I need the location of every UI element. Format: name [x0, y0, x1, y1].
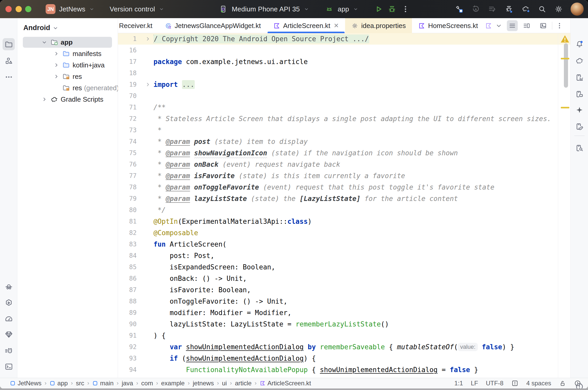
inspections-warning-icon[interactable]: [560, 35, 570, 43]
tab-overflow[interactable]: [484, 18, 493, 33]
tab-homescreens-kt[interactable]: HomeScreens.kt: [412, 18, 484, 33]
tree-item-res[interactable]: res: [18, 71, 118, 82]
chevron-right-icon[interactable]: [53, 62, 60, 68]
code-line-87: 87 isFavorite: Boolean,: [118, 284, 570, 296]
project-menu[interactable]: JetNews: [59, 5, 85, 13]
warning-stripe-mark[interactable]: [561, 58, 569, 59]
profiler-icon[interactable]: [3, 313, 15, 325]
breadcrumb-item-jetnews[interactable]: jetnews: [193, 380, 214, 387]
more-options-icon[interactable]: [554, 20, 565, 31]
line-number: 17: [118, 56, 137, 67]
warning-stripe-mark[interactable]: [561, 107, 569, 108]
unlocked-padlock-icon[interactable]: [559, 380, 566, 387]
tree-item-app[interactable]: app: [18, 37, 118, 48]
run-icon[interactable]: [3, 297, 15, 309]
tree-item-kotlin-java[interactable]: kotlin+java: [18, 59, 118, 71]
indent-setting[interactable]: 4 spaces: [526, 380, 551, 387]
folder-res-icon: [62, 84, 70, 92]
module-icon: [10, 380, 16, 386]
search-everywhere-icon[interactable]: [537, 4, 547, 14]
hidden-tabs-chevron-icon[interactable]: [493, 20, 504, 31]
terminal-icon[interactable]: [3, 360, 15, 373]
line-number: 86: [118, 273, 137, 284]
chevron-down-icon[interactable]: [41, 39, 48, 46]
notifications-icon[interactable]: [573, 38, 585, 50]
device-manager-icon[interactable]: [573, 71, 585, 83]
running-devices-icon[interactable]: [573, 88, 585, 100]
user-avatar[interactable]: [570, 2, 584, 16]
logcat-icon[interactable]: [3, 344, 15, 357]
more-tool-windows-icon[interactable]: [3, 71, 15, 83]
minimize-window-button[interactable]: [16, 6, 22, 12]
run-button[interactable]: [374, 4, 383, 14]
build-hammer-icon[interactable]: [454, 4, 464, 14]
close-window-button[interactable]: [5, 6, 12, 12]
chevron-right-icon[interactable]: [53, 50, 60, 57]
gemini-icon[interactable]: [573, 104, 585, 116]
project-folder-icon[interactable]: [3, 38, 15, 50]
breadcrumb-separator: ›: [136, 380, 138, 387]
tab-articlescreen-kt[interactable]: ArticleScreen.kt✕: [267, 18, 345, 33]
code-text: * @param post (state) item to display: [153, 136, 308, 147]
file-encoding[interactable]: UTF-8: [486, 380, 503, 387]
breadcrumb-item-app[interactable]: app: [50, 380, 68, 387]
device-mirror-icon[interactable]: [573, 120, 585, 133]
run-configuration-selector[interactable]: app: [338, 5, 349, 13]
breadcrumb-item-src[interactable]: src: [76, 380, 84, 387]
gradle-sync-icon[interactable]: [521, 4, 530, 14]
inspection-widget-icon[interactable]: [511, 380, 519, 387]
editor-scrollbar[interactable]: [564, 43, 568, 88]
breadcrumb-item-main[interactable]: main: [92, 380, 114, 387]
zoom-window-button[interactable]: [25, 6, 31, 12]
breadcrumb-label: JetNews: [18, 380, 41, 387]
close-tab-icon[interactable]: ✕: [334, 22, 339, 29]
caret-position[interactable]: 1:1: [454, 380, 463, 387]
breadcrumb-item-article[interactable]: article: [235, 380, 251, 387]
breadcrumb-item-articlescreen-kt[interactable]: ArticleScreen.kt: [260, 380, 311, 387]
gradle-icon[interactable]: [573, 54, 585, 67]
breadcrumb-item-jetnews[interactable]: JetNews: [10, 380, 41, 387]
folder-blue-icon: [62, 50, 70, 58]
tab-idea-properties[interactable]: idea.properties: [345, 18, 412, 33]
code-text: * @param lazyListState (state) the [Lazy…: [153, 193, 458, 204]
kotlin-file-icon: [260, 380, 265, 386]
vcs-menu[interactable]: Version control: [110, 5, 155, 13]
settings-gear-icon[interactable]: [554, 4, 564, 14]
fold-chevron-icon[interactable]: [144, 36, 151, 42]
code-line-80: 80 */: [118, 204, 570, 216]
chevron-right-icon[interactable]: [41, 96, 48, 103]
breadcrumb-item-example[interactable]: example: [161, 380, 185, 387]
code-line-79: 79 * @param lazyListState (state) the [L…: [118, 193, 570, 204]
tab-receiver-kt[interactable]: Receiver.kt: [118, 18, 159, 33]
attach-debugger-icon[interactable]: [504, 4, 514, 14]
project-view-selector[interactable]: Android: [23, 24, 50, 32]
line-separator[interactable]: LF: [471, 380, 478, 387]
gradle-small-icon: [50, 95, 58, 103]
screenshot-icon[interactable]: [538, 20, 549, 31]
resource-manager-icon[interactable]: [3, 55, 15, 67]
tab-jetnewsglanceappwidget-kt[interactable]: JetnewsGlanceAppWidget.kt: [159, 18, 267, 33]
code-line-93: 93 if (showUnimplementedActionDialog) {: [118, 353, 570, 364]
app-inspection-icon[interactable]: [3, 280, 15, 292]
debug-button[interactable]: [387, 4, 397, 14]
tree-item-gradle-scripts[interactable]: Gradle Scripts: [18, 94, 118, 105]
chevron-right-icon[interactable]: [53, 73, 60, 80]
reader-mode-icon[interactable]: [507, 20, 518, 31]
breadcrumb-item-java[interactable]: java: [122, 380, 133, 387]
apply-code-changes-icon[interactable]: [487, 4, 497, 14]
device-explorer-icon[interactable]: [573, 142, 585, 154]
tree-item-res[interactable]: res(generated): [18, 82, 118, 94]
tree-item-manifests[interactable]: manifests: [18, 48, 118, 59]
problems-icon[interactable]: [573, 380, 585, 388]
apply-changes-restart-icon[interactable]: A: [471, 4, 481, 14]
fold-chevron-icon[interactable]: [144, 81, 151, 88]
app-quality-insights-icon[interactable]: [3, 328, 15, 340]
breadcrumb-label: src: [76, 380, 84, 387]
chevron-down-icon: [52, 25, 59, 31]
more-actions-icon[interactable]: [401, 4, 410, 14]
code-editor[interactable]: 1/ Copyright 2020 The Android Open Sourc…: [118, 33, 570, 378]
split-editor-icon[interactable]: [521, 20, 532, 31]
breadcrumb-item-ui[interactable]: ui: [222, 380, 227, 387]
device-selector[interactable]: Medium Phone API 35: [232, 5, 300, 13]
breadcrumb-item-com[interactable]: com: [141, 380, 153, 387]
